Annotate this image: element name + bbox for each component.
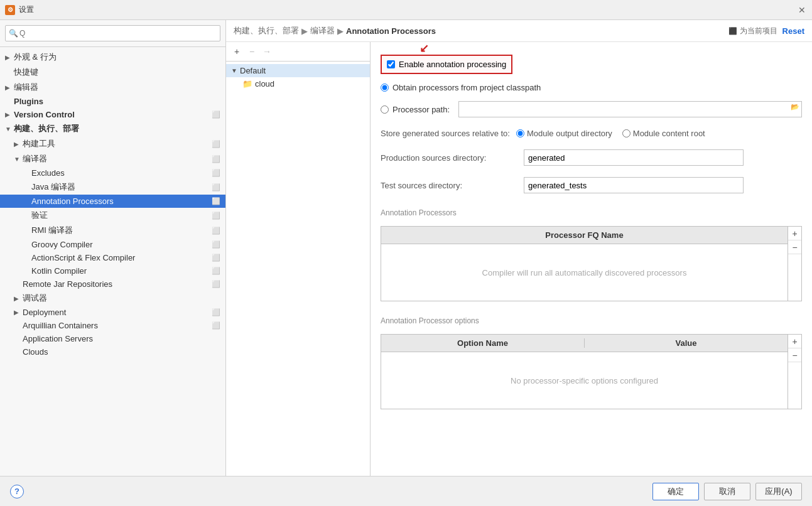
- option-name-header: Option Name: [381, 338, 585, 348]
- annotation-processor-options-table-main: Option Name Value No processor-specific …: [381, 334, 788, 409]
- sidebar-item-groovy-compiler[interactable]: Groovy Compiler ⬜: [0, 238, 225, 251]
- sidebar-item-kotlin-compiler[interactable]: Kotlin Compiler ⬜: [0, 264, 225, 277]
- processor-path-row: Processor path: 📂: [381, 101, 802, 117]
- add-profile-button[interactable]: +: [230, 45, 244, 58]
- sync-icon: ⬜: [212, 140, 220, 148]
- close-button[interactable]: ✕: [797, 5, 807, 15]
- enable-annotation-checkbox[interactable]: [387, 60, 395, 68]
- sync-icon: ⬜: [212, 227, 220, 235]
- sidebar-item-keymap[interactable]: 快捷键: [0, 65, 225, 80]
- sidebar-item-validation[interactable]: 验证 ⬜: [0, 208, 225, 223]
- bottom-bar: ? 确定 取消 应用(A): [0, 476, 812, 506]
- store-generated-row: Store generated sources relative to: Mod…: [381, 129, 802, 138]
- sidebar-item-remote-jar[interactable]: Remote Jar Repositories ⬜: [0, 277, 225, 291]
- sidebar-item-debugger[interactable]: ▶ 调试器: [0, 291, 225, 306]
- search-container: 🔍: [5, 25, 220, 41]
- search-input[interactable]: [5, 25, 220, 41]
- sync-icon: ⬜: [212, 267, 220, 275]
- remove-processor-button[interactable]: −: [788, 240, 801, 254]
- add-option-button[interactable]: +: [788, 335, 801, 348]
- enable-annotation-label: Enable annotation processing: [399, 60, 506, 69]
- content-area: 构建、执行、部署 ▶ 编译器 ▶ Annotation Processors ⬛…: [226, 20, 812, 476]
- sync-icon: ⬜: [212, 240, 220, 249]
- profile-cloud[interactable]: 📁 cloud: [226, 77, 370, 90]
- sidebar: 🔍 ▶ 外观 & 行为 快捷键 ▶ 编辑器 Plugins ▶: [0, 20, 226, 476]
- sync-icon: ⬜: [212, 169, 220, 177]
- sidebar-tree: ▶ 外观 & 行为 快捷键 ▶ 编辑器 Plugins ▶ Version Co…: [0, 47, 225, 476]
- production-sources-label: Production sources directory:: [381, 153, 519, 163]
- cancel-button[interactable]: 取消: [704, 483, 750, 500]
- sync-icon: ⬜: [212, 254, 220, 262]
- annotation-processors-section-label: Annotation Processors: [381, 208, 802, 217]
- annotation-processors-table-main: Processor FQ Name Compiler will run all …: [381, 226, 788, 301]
- processor-path-input[interactable]: [458, 101, 802, 117]
- sidebar-item-arquillian[interactable]: Arquillian Containers ⬜: [0, 319, 225, 332]
- search-icon: 🔍: [9, 29, 18, 38]
- sidebar-item-rmi-compiler[interactable]: RMI 编译器 ⬜: [0, 223, 225, 238]
- breadcrumb-sep-1: ▶: [301, 26, 308, 36]
- move-profile-button[interactable]: →: [260, 45, 274, 58]
- sidebar-item-excludes[interactable]: Excludes ⬜: [0, 166, 225, 180]
- production-sources-input[interactable]: [524, 149, 744, 166]
- module-output-option: Module output directory: [516, 129, 612, 138]
- arrow-icon: ▼: [5, 126, 14, 132]
- sidebar-item-deployment[interactable]: ▶ Deployment ⬜: [0, 306, 225, 319]
- project-label: 为当前项目: [740, 26, 777, 36]
- test-sources-input[interactable]: [524, 177, 744, 193]
- sidebar-item-editor[interactable]: ▶ 编辑器: [0, 80, 225, 95]
- reset-button[interactable]: Reset: [782, 26, 804, 36]
- add-processor-button[interactable]: +: [788, 227, 801, 240]
- sidebar-item-actionscript-compiler[interactable]: ActionScript & Flex Compiler ⬜: [0, 251, 225, 264]
- main-container: 🔍 ▶ 外观 & 行为 快捷键 ▶ 编辑器 Plugins ▶: [0, 20, 812, 476]
- app-icon: ⚙: [5, 5, 15, 15]
- remove-option-button[interactable]: −: [788, 348, 801, 362]
- sidebar-item-annotation-processors[interactable]: Annotation Processors ⬜: [0, 195, 225, 208]
- browse-icon[interactable]: 📂: [791, 103, 799, 111]
- breadcrumb-part-2[interactable]: 编译器: [310, 25, 335, 36]
- folder-icon: 📁: [242, 79, 252, 89]
- breadcrumb-right: ⬛ 为当前项目 Reset: [728, 26, 804, 36]
- sidebar-item-app-servers[interactable]: Application Servers: [0, 332, 225, 345]
- sidebar-item-plugins[interactable]: Plugins: [0, 95, 225, 108]
- search-bar: 🔍: [0, 20, 225, 47]
- arrow-icon: ▼: [231, 67, 240, 74]
- arrow-icon: ▶: [14, 295, 23, 302]
- production-sources-row: Production sources directory:: [381, 149, 802, 166]
- sidebar-item-appearance[interactable]: ▶ 外观 & 行为: [0, 50, 225, 65]
- project-link[interactable]: ⬛ 为当前项目: [728, 26, 777, 36]
- processor-path-radio[interactable]: [381, 105, 389, 114]
- sidebar-item-clouds[interactable]: Clouds: [0, 345, 225, 358]
- apply-button[interactable]: 应用(A): [755, 483, 802, 500]
- sidebar-item-java-compiler[interactable]: Java 编译器 ⬜: [0, 180, 225, 195]
- panel-toolbar: + − →: [226, 42, 370, 62]
- obtain-classpath-label: Obtain processors from project classpath: [392, 83, 541, 92]
- obtain-classpath-radio[interactable]: [381, 83, 389, 92]
- module-output-radio[interactable]: [516, 129, 524, 137]
- panel-tree: ▼ Default 📁 cloud: [226, 62, 370, 476]
- help-button[interactable]: ?: [10, 485, 24, 498]
- enable-annotation-row: Enable annotation processing: [381, 55, 512, 74]
- annotation-processors-table-body: Compiler will run all automatically disc…: [381, 244, 788, 301]
- annotation-processor-options-table-header: Option Name Value: [381, 335, 788, 352]
- annotation-processor-options-table-body: No processor-specific options configured: [381, 352, 788, 409]
- module-content-radio[interactable]: [622, 129, 631, 137]
- arrow-icon: ▶: [14, 309, 23, 316]
- sidebar-item-compiler[interactable]: ▼ 编译器 ⬜: [0, 151, 225, 166]
- titlebar: ⚙ 设置 ✕: [0, 0, 812, 20]
- store-radio-group: Module output directory Module content r…: [516, 129, 705, 138]
- obtain-classpath-row: Obtain processors from project classpath: [381, 83, 802, 92]
- ok-button[interactable]: 确定: [652, 483, 699, 500]
- test-sources-label: Test sources directory:: [381, 181, 519, 190]
- profile-default[interactable]: ▼ Default: [226, 64, 370, 77]
- breadcrumb-part-1[interactable]: 构建、执行、部署: [234, 25, 299, 36]
- breadcrumb-part-3: Annotation Processors: [346, 26, 436, 36]
- remove-profile-button[interactable]: −: [245, 45, 259, 58]
- arrow-icon: ▼: [14, 156, 23, 163]
- processor-fq-name-header: Processor FQ Name: [381, 230, 788, 240]
- sidebar-item-vcs[interactable]: ▶ Version Control ⬜: [0, 108, 225, 121]
- test-sources-row: Test sources directory:: [381, 177, 802, 193]
- sync-icon: ⬜: [212, 110, 220, 119]
- sidebar-item-build-tools[interactable]: ▶ 构建工具 ⬜: [0, 136, 225, 151]
- sidebar-item-build-exec-deploy[interactable]: ▼ 构建、执行、部署: [0, 121, 225, 136]
- sync-icon: ⬜: [212, 183, 220, 191]
